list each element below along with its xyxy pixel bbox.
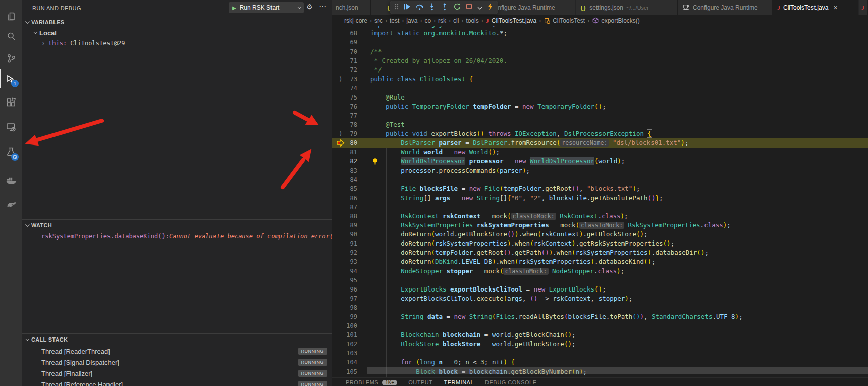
code-line[interactable]: 101 Blockchain blockchain = world.getBlo… bbox=[332, 330, 868, 340]
code-line[interactable]: 93 doReturn(DbKind.LEVEL_DB).when(rskSys… bbox=[332, 257, 868, 266]
code-line[interactable]: 80 DslParser parser = DslParser.fromReso… bbox=[332, 138, 868, 148]
line-number[interactable]: 72 bbox=[342, 65, 357, 74]
line-number[interactable]: 82 bbox=[342, 157, 357, 165]
code-line[interactable]: 98 bbox=[332, 303, 868, 312]
run-config-button[interactable]: ▶ Run RSK Start bbox=[229, 2, 304, 13]
line-number[interactable]: 97 bbox=[342, 294, 357, 303]
breadcrumb[interactable]: rskj-core›src›test›java›co›rsk›cli›tools… bbox=[332, 15, 868, 26]
line-number[interactable]: 68 bbox=[342, 29, 357, 38]
code-line[interactable]: 82 WorldDslProcessor processor = new Wor… bbox=[332, 157, 868, 166]
tab-debug-console[interactable]: DEBUG CONSOLE bbox=[485, 379, 536, 385]
line-number[interactable]: 85 bbox=[342, 184, 357, 194]
line-number[interactable]: 91 bbox=[342, 239, 357, 248]
code-line[interactable]: 91 doReturn(rskSystemProperties).when(rs… bbox=[332, 239, 868, 248]
tab-output[interactable]: OUTPUT bbox=[408, 379, 432, 385]
breadcrumb-item[interactable]: rskj-core bbox=[344, 17, 367, 24]
source-control-icon[interactable] bbox=[0, 48, 22, 68]
code-line[interactable]: 103 bbox=[332, 349, 868, 358]
code-line[interactable]: 72 */ bbox=[332, 65, 868, 74]
code-line[interactable]: 90 doReturn(world.getBlockStore()).when(… bbox=[332, 230, 868, 239]
line-number[interactable]: 84 bbox=[342, 175, 357, 184]
explorer-icon[interactable] bbox=[0, 7, 22, 27]
code-line[interactable]: 86 String[] args = new String[]{"0", "2"… bbox=[332, 194, 868, 203]
debug-restart-icon[interactable] bbox=[453, 3, 461, 13]
code-line[interactable]: 88 RskContext rskContext = mock(classToM… bbox=[332, 212, 868, 221]
variable-this-row[interactable]: › this: CliToolsTest@29 bbox=[22, 38, 332, 49]
more-actions-icon[interactable]: ⋯ bbox=[319, 2, 327, 11]
code-line[interactable]: 76 public TemporaryFolder tempFolder = n… bbox=[332, 102, 868, 111]
debug-stop-icon[interactable] bbox=[465, 3, 473, 12]
variables-scope-local[interactable]: Local bbox=[22, 28, 332, 38]
tab-problems[interactable]: PROBLEMS 1K+ bbox=[346, 379, 397, 385]
run-and-debug-icon[interactable] bbox=[0, 70, 22, 90]
tab-configure-java-runtime-2[interactable]: Configure Java Runtime bbox=[678, 0, 773, 15]
debug-step-out-icon[interactable] bbox=[441, 3, 449, 13]
code-line[interactable]: 99 String data = new String(Files.readAl… bbox=[332, 312, 868, 321]
call-stack-section-header[interactable]: CALL STACK bbox=[22, 333, 332, 345]
code-line[interactable]: 83 processor.processCommands(parser); bbox=[332, 166, 868, 175]
breadcrumb-item[interactable]: tools bbox=[466, 17, 478, 24]
line-number[interactable]: 90 bbox=[342, 230, 357, 239]
variables-section-header[interactable]: VARIABLES bbox=[22, 17, 332, 28]
gripper-icon[interactable] bbox=[395, 3, 399, 13]
gear-icon[interactable]: ⚙ bbox=[306, 3, 313, 11]
code-line[interactable]: 75 @Rule bbox=[332, 93, 868, 102]
code-line[interactable]: 71 * Created by ajlopez on 26/04/2020. bbox=[332, 56, 868, 65]
line-number[interactable]: 78 bbox=[342, 120, 357, 129]
code-line[interactable]: 69 bbox=[332, 38, 868, 47]
code-line[interactable]: 87 bbox=[332, 203, 868, 212]
breadcrumb-item[interactable]: test bbox=[390, 17, 399, 24]
code-line[interactable]: )73public class CliToolsTest { bbox=[332, 75, 868, 84]
line-number[interactable]: 100 bbox=[342, 321, 357, 330]
line-number[interactable]: 74 bbox=[342, 84, 357, 93]
breadcrumb-item[interactable]: cli bbox=[453, 17, 459, 24]
code-line[interactable]: 94 NodeStopper stopper = mock(classToMoc… bbox=[332, 267, 868, 276]
line-number[interactable]: 98 bbox=[342, 303, 357, 312]
line-number[interactable]: 76 bbox=[342, 102, 357, 111]
watch-section-header[interactable]: WATCH bbox=[22, 219, 332, 230]
line-number[interactable]: 103 bbox=[342, 349, 357, 358]
tab-launch-json[interactable]: nch.json bbox=[332, 0, 371, 15]
code-line[interactable]: 95 bbox=[332, 276, 868, 285]
code-editor[interactable]: 67import static org.junit.Assert.*;68imp… bbox=[332, 26, 868, 377]
extensions-icon[interactable] bbox=[0, 92, 22, 113]
code-line[interactable]: 96 ExportBlocks exportBlocksCliTool = ne… bbox=[332, 285, 868, 294]
line-number[interactable]: 73 bbox=[342, 75, 357, 84]
code-line[interactable]: 77 bbox=[332, 111, 868, 120]
tab-terminal[interactable]: TERMINAL bbox=[444, 379, 474, 385]
line-number[interactable]: 92 bbox=[342, 248, 357, 257]
code-line[interactable]: 89 RskSystemProperties rskSystemProperti… bbox=[332, 221, 868, 230]
breadcrumb-file[interactable]: CliToolsTest.java bbox=[492, 17, 536, 24]
line-number[interactable]: 81 bbox=[342, 148, 357, 157]
breadcrumb-item[interactable]: co bbox=[424, 17, 431, 24]
debug-step-over-icon[interactable] bbox=[415, 3, 424, 13]
code-line[interactable]: 104 for (long n = 0; n < 3; n++) { bbox=[332, 358, 868, 367]
code-line[interactable]: 84 bbox=[332, 175, 868, 184]
line-number[interactable]: 69 bbox=[342, 38, 357, 47]
line-number[interactable]: 80 bbox=[342, 138, 357, 148]
hot-code-replace-icon[interactable] bbox=[486, 3, 493, 13]
debug-step-into-icon[interactable] bbox=[428, 3, 436, 13]
code-line[interactable]: 74 bbox=[332, 84, 868, 93]
line-number[interactable]: 105 bbox=[342, 367, 357, 376]
line-number[interactable]: 102 bbox=[342, 340, 357, 349]
line-number[interactable]: 104 bbox=[342, 358, 357, 367]
line-number[interactable]: 93 bbox=[342, 257, 357, 266]
remote-explorer-icon[interactable] bbox=[0, 117, 22, 137]
thread-row[interactable]: Thread [Finalizer]RUNNING bbox=[22, 368, 332, 379]
breadcrumb-item[interactable]: rsk bbox=[438, 17, 446, 24]
code-line[interactable]: 97 exportBlocksCliTool.execute(args, () … bbox=[332, 294, 868, 303]
line-number[interactable]: 96 bbox=[342, 285, 357, 294]
breadcrumb-class[interactable]: CliToolsTest bbox=[553, 17, 585, 24]
watch-expression-row[interactable]: rskSystemProperties.databaseKind(): Cann… bbox=[22, 231, 332, 242]
code-line[interactable]: 92 doReturn(tempFolder.getRoot().getPath… bbox=[332, 248, 868, 257]
debug-continue-icon[interactable] bbox=[403, 3, 411, 13]
tab-partial-java[interactable]: J bbox=[859, 0, 868, 15]
horizontal-scrollbar[interactable] bbox=[367, 367, 868, 374]
code-line[interactable]: 68import static org.mockito.Mockito.*; bbox=[332, 29, 868, 38]
thread-row[interactable]: Thread [Reference Handler]RUNNING bbox=[22, 379, 332, 386]
line-number[interactable]: 101 bbox=[342, 330, 357, 340]
line-number[interactable]: 88 bbox=[342, 212, 357, 221]
code-line[interactable]: 102 BlockStore blockStore = world.getBlo… bbox=[332, 340, 868, 349]
thread-row[interactable]: Thread [ReaderThread]RUNNING bbox=[22, 346, 332, 357]
